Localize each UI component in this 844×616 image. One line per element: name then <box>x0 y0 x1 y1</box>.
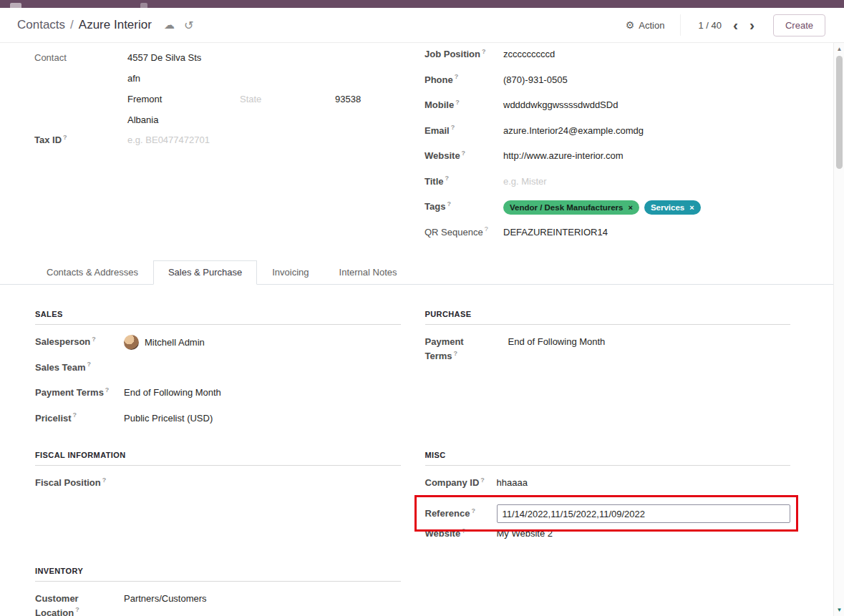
fiscal-position-label: Fiscal Position? <box>35 476 124 490</box>
company-id-label: Company ID? <box>425 476 497 490</box>
zip-field[interactable]: 93538 <box>335 89 361 109</box>
field-row-phone: Phone? (870)-931-0505 <box>425 73 790 99</box>
tag-remove-icon[interactable]: × <box>629 202 633 213</box>
reference-input[interactable] <box>497 504 791 523</box>
control-panel-right: ⚙ Action 1 / 40 ‹ › Create <box>626 14 825 36</box>
job-position-label: Job Position? <box>425 47 503 62</box>
pager-next-icon[interactable]: › <box>750 18 755 32</box>
tag-vendor-desk-manufacturers[interactable]: Vendor / Desk Manufacturers × <box>503 200 639 215</box>
tab-contacts-addresses[interactable]: Contacts & Addresses <box>31 260 153 284</box>
help-icon: ? <box>102 476 107 484</box>
title-label-text: Title <box>425 176 444 187</box>
email-label-text: Email <box>425 125 450 136</box>
payment-terms-field[interactable]: End of Following Month <box>124 386 221 400</box>
sales-section-title: SALES <box>35 310 401 325</box>
scrollbar-thumb[interactable] <box>836 56 843 169</box>
form-sheet: Contact 4557 De Silva Sts afn Fremont St… <box>0 43 833 616</box>
salesperson-field[interactable]: Mitchell Admin <box>124 335 205 350</box>
help-icon: ? <box>451 124 455 131</box>
help-icon: ? <box>462 150 466 157</box>
tag-services[interactable]: Services × <box>644 200 701 215</box>
field-row-salesperson: Salesperson? Mitchell Admin <box>35 335 401 361</box>
scroll-up-icon[interactable]: ▲ <box>834 46 844 52</box>
field-row-email: Email? azure.Interior24@example.comdg <box>425 124 790 150</box>
tag-remove-icon[interactable]: × <box>689 202 694 213</box>
tab-sales-purchase[interactable]: Sales & Purchase <box>153 260 257 285</box>
purchase-payment-terms-label: Payment Terms? <box>425 335 497 363</box>
field-row-qr-sequence: QR Sequence? DEFAZUREINTERIOR14 <box>425 225 790 251</box>
misc-section-title: MISC <box>425 451 791 466</box>
title-field[interactable]: e.g. Mister <box>503 175 547 189</box>
field-row-pricelist: Pricelist? Public Pricelist (USD) <box>35 411 401 437</box>
email-field[interactable]: azure.Interior24@example.comdg <box>503 124 644 138</box>
salesperson-label-text: Salesperson <box>35 336 90 347</box>
field-row-payment-terms-sales: Payment Terms? End of Following Month <box>35 386 401 411</box>
breadcrumb-contacts-link[interactable]: Contacts <box>17 18 65 32</box>
field-row-reference: Reference? <box>425 502 791 527</box>
breadcrumb-separator: / <box>70 18 74 32</box>
customer-location-field[interactable]: Partners/Customers <box>124 592 207 606</box>
street-field[interactable]: 4557 De Silva Sts <box>127 47 361 68</box>
help-icon: ? <box>455 73 459 80</box>
nav-menu-item[interactable] <box>140 3 147 8</box>
qr-sequence-field[interactable]: DEFAZUREINTERIOR14 <box>503 225 608 240</box>
qr-sequence-label: QR Sequence? <box>425 225 503 240</box>
purchase-section-title: PURCHASE <box>425 310 791 325</box>
salesperson-name[interactable]: Mitchell Admin <box>145 336 205 350</box>
tab-internal-notes[interactable]: Internal Notes <box>324 260 412 284</box>
action-menu-button[interactable]: ⚙ Action <box>626 19 681 31</box>
mobile-field[interactable]: wddddwkggwssssdwddSDd <box>503 98 618 112</box>
pager-previous-icon[interactable]: ‹ <box>733 18 738 32</box>
help-icon: ? <box>73 411 77 419</box>
save-cloud-icon[interactable]: ☁ <box>164 19 175 31</box>
city-field[interactable]: Fremont <box>127 89 240 109</box>
website-label: Website? <box>425 149 503 163</box>
fiscal-information-section: FISCAL INFORMATION Fiscal Position? <box>35 451 401 552</box>
field-row-mobile: Mobile? wddddwkggwssssdwddSDd <box>425 98 790 124</box>
customer-location-label: Customer Location? <box>35 592 124 616</box>
inventory-section: INVENTORY Customer Location? Partners/Cu… <box>35 567 401 616</box>
tax-id-field[interactable]: e.g. BE0477472701 <box>127 133 210 147</box>
breadcrumb: Contacts / Azure Interior ☁ ↺ <box>17 18 193 32</box>
city-state-zip-row: Fremont State 93538 <box>127 89 361 109</box>
discard-changes-icon[interactable]: ↺ <box>184 19 193 32</box>
sales-purchase-tab-content: SALES Salesperson? Mitchell Admin Sales … <box>0 285 833 616</box>
phone-label: Phone? <box>425 73 503 87</box>
job-position-field[interactable]: zcccccccccd <box>503 47 555 62</box>
company-id-label-text: Company ID <box>425 477 480 488</box>
website-label-text: Website <box>425 150 460 161</box>
phone-field[interactable]: (870)-931-0505 <box>503 73 568 87</box>
reference-label-text: Reference <box>425 508 470 519</box>
salesperson-label: Salesperson? <box>35 335 124 349</box>
purchase-payment-terms-field[interactable]: End of Following Month <box>508 335 606 349</box>
help-icon: ? <box>445 175 450 182</box>
misc-website-label-text: Website <box>425 528 461 539</box>
mobile-label-text: Mobile <box>425 99 454 110</box>
tags-field[interactable]: Vendor / Desk Manufacturers × Services × <box>503 200 701 215</box>
create-button[interactable]: Create <box>773 14 825 36</box>
misc-website-field[interactable]: My Website 2 <box>497 527 553 541</box>
field-row-payment-terms-purchase: Payment Terms? End of Following Month <box>425 335 791 363</box>
country-field[interactable]: Albania <box>127 109 361 130</box>
pricelist-label-text: Pricelist <box>35 413 72 424</box>
purchase-payment-terms-label-text: Payment Terms <box>425 336 464 361</box>
help-icon: ? <box>75 606 79 613</box>
help-icon: ? <box>471 507 475 514</box>
apps-menu-icon[interactable] <box>10 3 21 8</box>
tab-invoicing[interactable]: Invoicing <box>257 260 324 284</box>
state-field[interactable]: State <box>240 89 335 109</box>
help-icon: ? <box>462 527 466 534</box>
help-icon: ? <box>105 386 110 393</box>
vertical-scrollbar[interactable]: ▲ ▼ <box>833 43 844 616</box>
pricelist-field[interactable]: Public Pricelist (USD) <box>124 411 213 426</box>
field-row-website: Website? http://www.azure-interior.com <box>425 149 790 175</box>
field-row-job-position: Job Position? zcccccccccd <box>425 47 790 73</box>
scroll-down-icon[interactable]: ▼ <box>834 607 844 613</box>
control-panel: Contacts / Azure Interior ☁ ↺ ⚙ Action 1… <box>0 8 844 43</box>
customer-location-label-text: Customer Location <box>35 593 79 616</box>
company-id-field[interactable]: hhaaaa <box>497 476 528 490</box>
field-row-fiscal-position: Fiscal Position? <box>35 476 401 502</box>
street2-field[interactable]: afn <box>127 68 361 89</box>
sales-team-label: Sales Team? <box>35 361 124 375</box>
website-field[interactable]: http://www.azure-interior.com <box>503 149 624 163</box>
